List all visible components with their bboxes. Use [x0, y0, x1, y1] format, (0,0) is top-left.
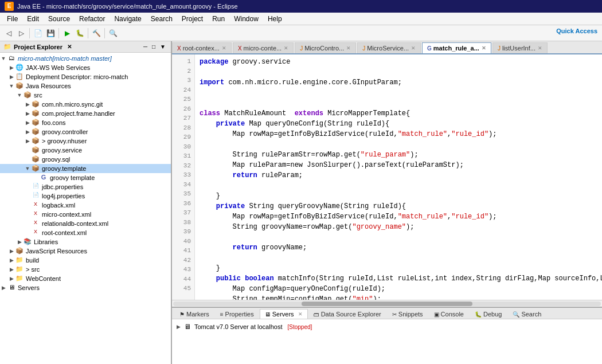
tree-arrow-7[interactable]: ▶	[24, 120, 31, 126]
tree-item-24[interactable]: ▶📁WebContent	[0, 274, 171, 283]
tree-arrow-22[interactable]: ▶	[8, 257, 15, 263]
tree-arrow-5[interactable]: ▶	[24, 101, 31, 107]
explorer-maximize-btn[interactable]: □	[150, 43, 157, 50]
explorer-minimize-btn[interactable]: ─	[142, 43, 149, 50]
line-num-29: 29	[175, 132, 191, 142]
tree-item-2[interactable]: ▶📋Deployment Descriptor: micro-match	[0, 72, 171, 81]
tree-item-1[interactable]: ▶🌐JAX-WS Web Services	[0, 63, 171, 72]
tree-item-5[interactable]: ▶📦com.nh.micro.sync.git	[0, 100, 171, 109]
editor-tab-3[interactable]: JMicroService...✕	[357, 42, 421, 53]
bottom-tab-debug[interactable]: 🐛Debug	[470, 309, 507, 319]
code-line-10: Map ruleParam=new JsonSlurper().parseTex…	[200, 160, 597, 170]
explorer-view-menu-btn[interactable]: ▼	[158, 43, 167, 50]
toolbar-btn-new[interactable]: 📄	[32, 28, 44, 39]
menu-item-source[interactable]: Source	[44, 14, 75, 24]
tree-item-11[interactable]: 📦groovy.sql	[0, 155, 171, 164]
tree-item-21[interactable]: ▶📦JavaScript Resources	[0, 246, 171, 256]
editor-tab-1[interactable]: Xmicro-conte...✕	[233, 42, 294, 53]
tree-arrow-4[interactable]: ▼	[16, 92, 23, 98]
bottom-tab-snippets[interactable]: ✂Snippets	[387, 309, 428, 319]
bottom-tab-console[interactable]: ▣Console	[429, 309, 469, 319]
bottom-tab-markers[interactable]: ⚑Markers	[174, 309, 214, 319]
menu-item-project[interactable]: Project	[177, 14, 208, 24]
tab-label-1: micro-conte...	[244, 45, 282, 52]
tree-arrow-21[interactable]: ▶	[8, 248, 15, 254]
tree-arrow-3[interactable]: ▼	[8, 83, 15, 89]
menu-item-help[interactable]: Help	[263, 14, 287, 24]
tree-item-15[interactable]: 📄log4j.properties	[0, 191, 171, 201]
menu-item-refactor[interactable]: Refactor	[75, 14, 110, 24]
server-label[interactable]: Tomcat v7.0 Server at localhost	[194, 323, 282, 330]
tree-item-9[interactable]: ▶📦> groovy.nhuser	[0, 136, 171, 146]
tab-close-1[interactable]: ✕	[284, 45, 288, 51]
tree-item-22[interactable]: ▶📁build	[0, 256, 171, 265]
menu-item-run[interactable]: Run	[208, 14, 229, 24]
toolbar-btn-search[interactable]: 🔍	[107, 28, 119, 39]
bottom-tab-properties[interactable]: ≡Properties	[215, 309, 259, 319]
tree-item-20[interactable]: ▶📚Libraries	[0, 237, 171, 246]
menu-item-file[interactable]: File	[2, 14, 22, 24]
tree-item-4[interactable]: ▼📦src	[0, 91, 171, 100]
tree-item-25[interactable]: ▶🖥Servers	[0, 283, 171, 292]
tree-item-3[interactable]: ▼📦Java Resources	[0, 81, 171, 91]
tree-item-8[interactable]: ▶📦groovy.controller	[0, 127, 171, 136]
toolbar-btn-save[interactable]: 💾	[45, 28, 56, 39]
tab-close-0[interactable]: ✕	[222, 45, 226, 51]
tree-arrow-23[interactable]: ▶	[8, 267, 15, 272]
tree-item-23[interactable]: ▶📁> src	[0, 265, 171, 274]
menu-item-edit[interactable]: Edit	[22, 14, 44, 24]
hscroll-thumb[interactable]	[302, 302, 472, 306]
tree-item-16[interactable]: Xlogback.xml	[0, 201, 171, 210]
editor-horizontal-scrollbar[interactable]	[172, 300, 602, 307]
toolbar-btn-debug[interactable]: 🐛	[74, 28, 85, 39]
code-line-23: String tempMin=configMap.get("min");	[200, 294, 597, 300]
tree-item-7[interactable]: ▶📦foo.cons	[0, 118, 171, 127]
toolbar-btn-2[interactable]: ▷	[15, 28, 27, 39]
tree-arrow-6[interactable]: ▶	[24, 111, 31, 116]
tree-arrow-12[interactable]: ▼	[24, 166, 31, 171]
tree-arrow-25[interactable]: ▶	[0, 285, 7, 291]
bottom-tab-search[interactable]: 🔍Search	[507, 309, 546, 319]
tab-close-4[interactable]: ✕	[482, 45, 486, 51]
tab-close-3[interactable]: ✕	[411, 45, 416, 51]
editor-tab-0[interactable]: Xroot-contex...✕	[172, 42, 232, 53]
bottom-tab-servers[interactable]: 🖥Servers✕	[260, 309, 308, 319]
tree-item-13[interactable]: Ggroovy template	[0, 173, 171, 182]
tab-close-5[interactable]: ✕	[538, 45, 542, 51]
bottom-tab-close-2[interactable]: ✕	[298, 311, 303, 317]
tree-arrow-9[interactable]: ▶	[24, 138, 31, 144]
tree-item-6[interactable]: ▶📦com.project.frame.handler	[0, 109, 171, 118]
tree-arrow-20[interactable]: ▶	[16, 239, 23, 245]
tree-item-19[interactable]: Xroot-context.xml	[0, 228, 171, 237]
editor-tab-4[interactable]: Gmatch_rule_a...✕	[422, 42, 491, 53]
tab-close-2[interactable]: ✕	[346, 45, 351, 51]
tree-item-17[interactable]: Xmicro-context.xml	[0, 210, 171, 219]
tree-arrow-24[interactable]: ▶	[8, 276, 15, 281]
tree-item-12[interactable]: ▼📦groovy.template	[0, 164, 171, 173]
toolbar-btn-1[interactable]: ◁	[3, 28, 14, 39]
tree-item-0[interactable]: ▼🗂micro-match [micro-match master]	[0, 54, 171, 63]
menu-item-navigate[interactable]: Navigate	[110, 14, 146, 24]
quick-access-button[interactable]: Quick Access	[556, 28, 597, 34]
hscroll-track[interactable]	[173, 302, 601, 306]
toolbar-btn-run[interactable]: ▶	[61, 28, 73, 39]
editor-tab-2[interactable]: JMicroContro...✕	[295, 42, 356, 53]
tree-item-10[interactable]: 📦groovy.service	[0, 146, 171, 155]
tree-item-14[interactable]: 📄jdbc.properties	[0, 182, 171, 191]
code-token: Map configMap=queryOneConfig(ruleId);	[200, 285, 385, 293]
toolbar-btn-build[interactable]: 🔨	[91, 28, 102, 39]
tree-arrow-1[interactable]: ▶	[8, 65, 15, 71]
tree-item-18[interactable]: Xrelationaldb-context.xml	[0, 219, 171, 228]
tree-arrow-8[interactable]: ▶	[24, 129, 31, 135]
tree-arrow-2[interactable]: ▶	[8, 74, 15, 80]
server-expand-arrow[interactable]: ▶	[177, 324, 181, 330]
editor-tab-5[interactable]: JlistUserInf...✕	[492, 42, 548, 53]
menu-item-window[interactable]: Window	[229, 14, 263, 24]
code-editor[interactable]: package groovy.service import com.nh.mic…	[195, 54, 602, 300]
tree-arrow-0[interactable]: ▼	[0, 56, 7, 61]
explorer-close-icon[interactable]: ✕	[67, 44, 72, 50]
code-line-5: class MatchRuleAmount extends MicroMappe…	[200, 108, 597, 119]
code-line-18: return groovyName;	[200, 242, 597, 253]
menu-item-search[interactable]: Search	[146, 14, 177, 24]
bottom-tab-data-source-explorer[interactable]: 🗃Data Source Explorer	[308, 309, 386, 319]
